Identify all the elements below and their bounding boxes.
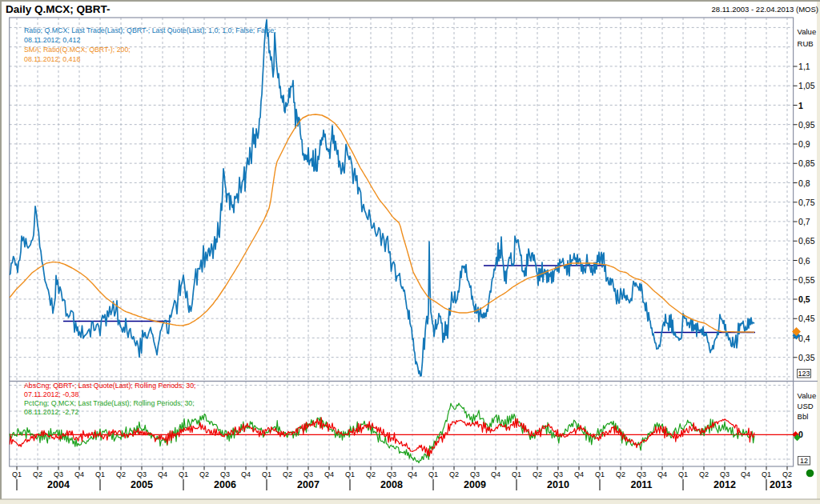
svg-text:SMA; Ratio(Q.MCX; QBRT-); 200;: SMA; Ratio(Q.MCX; QBRT-); 200; <box>24 46 131 54</box>
svg-text:Q2: Q2 <box>116 470 126 478</box>
svg-text:123: 123 <box>798 370 810 378</box>
svg-text:Q4: Q4 <box>408 470 417 478</box>
svg-text:12: 12 <box>800 457 808 465</box>
svg-text:2013: 2013 <box>770 479 792 490</box>
svg-text:Bbl: Bbl <box>798 412 809 421</box>
svg-text:Q1: Q1 <box>262 470 271 478</box>
svg-text:Q3: Q3 <box>637 470 646 478</box>
svg-text:Q2: Q2 <box>199 470 209 478</box>
svg-text:2011: 2011 <box>630 479 652 490</box>
svg-text:Q3: Q3 <box>470 470 480 478</box>
svg-text:Q1: Q1 <box>12 470 22 478</box>
svg-text:Q1: Q1 <box>345 470 355 478</box>
svg-text:2005: 2005 <box>131 479 153 490</box>
svg-text:1,05: 1,05 <box>798 81 815 90</box>
svg-text:Q1: Q1 <box>95 470 105 478</box>
svg-text:28.11.2003 - 22.04.2013 (MOS): 28.11.2003 - 22.04.2013 (MOS) <box>712 5 818 14</box>
svg-text:2012: 2012 <box>713 479 736 490</box>
svg-text:0,55: 0,55 <box>798 275 815 285</box>
svg-text:Q3: Q3 <box>720 470 730 478</box>
svg-text:Q3: Q3 <box>220 470 230 478</box>
svg-text:Q2: Q2 <box>699 470 709 478</box>
svg-text:2008: 2008 <box>380 479 403 490</box>
svg-text:Q1: Q1 <box>678 470 688 478</box>
svg-text:Q3: Q3 <box>553 470 563 478</box>
svg-text:Q4: Q4 <box>574 470 584 478</box>
svg-text:0,5: 0,5 <box>798 294 810 304</box>
svg-text:08.11.2012; 0,412: 08.11.2012; 0,412 <box>24 36 80 44</box>
svg-text:AbsCng; QBRT-; Last Quote(Last: AbsCng; QBRT-; Last Quote(Last); Rolling… <box>24 382 195 390</box>
svg-text:Q1: Q1 <box>428 470 438 478</box>
svg-text:Q1: Q1 <box>595 470 605 478</box>
svg-text:Q3: Q3 <box>54 470 63 478</box>
svg-text:Q2: Q2 <box>616 470 625 478</box>
svg-text:Q4: Q4 <box>158 470 167 478</box>
svg-text:Q3: Q3 <box>137 470 147 478</box>
svg-text:0,95: 0,95 <box>798 120 815 130</box>
svg-text:0,85: 0,85 <box>798 158 815 168</box>
svg-text:Q2: Q2 <box>283 470 292 478</box>
svg-text:Q2: Q2 <box>782 470 792 478</box>
svg-text:08.11.2012; 0,418: 08.11.2012; 0,418 <box>24 55 80 63</box>
svg-text:2006: 2006 <box>214 479 236 490</box>
svg-text:USD: USD <box>798 402 814 410</box>
svg-text:0,35: 0,35 <box>798 353 815 362</box>
svg-text:2010: 2010 <box>547 479 569 490</box>
svg-text:07.11.2012; -0,38: 07.11.2012; -0,38 <box>24 390 78 398</box>
svg-text:RUB: RUB <box>798 39 814 48</box>
svg-text:Q3: Q3 <box>387 470 396 478</box>
svg-text:Q2: Q2 <box>33 470 42 478</box>
svg-text:0,4: 0,4 <box>798 334 810 343</box>
svg-text:Value: Value <box>798 391 817 400</box>
svg-text:PctCng; Q.MCX; Last Trade(Last: PctCng; Q.MCX; Last Trade(Last); Rolling… <box>24 399 195 407</box>
svg-text:0,7: 0,7 <box>798 217 810 226</box>
svg-text:2007: 2007 <box>297 479 320 490</box>
svg-text:Ratio; Q.MCX; Last Trade(Last): Ratio; Q.MCX; Last Trade(Last); QBRT-; L… <box>24 26 276 34</box>
svg-text:2004: 2004 <box>47 479 70 490</box>
svg-text:08.11.2012; -2,72: 08.11.2012; -2,72 <box>24 408 78 416</box>
svg-text:0,45: 0,45 <box>798 314 815 323</box>
svg-text:0,75: 0,75 <box>798 198 815 207</box>
svg-text:Q4: Q4 <box>491 470 500 478</box>
svg-text:Q4: Q4 <box>741 470 750 478</box>
svg-text:Q1: Q1 <box>179 470 188 478</box>
svg-text:Q2: Q2 <box>449 470 459 478</box>
svg-text:1,1: 1,1 <box>798 62 810 71</box>
svg-text:0,8: 0,8 <box>798 178 810 188</box>
svg-text:Q4: Q4 <box>657 470 667 478</box>
svg-text:0,9: 0,9 <box>798 139 810 149</box>
svg-text:Value: Value <box>798 27 817 36</box>
svg-text:Q4: Q4 <box>324 470 334 478</box>
svg-text:1: 1 <box>798 101 803 110</box>
svg-text:0,65: 0,65 <box>798 236 815 246</box>
svg-text:Q1: Q1 <box>762 470 771 478</box>
svg-text:Q1: Q1 <box>512 470 521 478</box>
svg-text:Q2: Q2 <box>533 470 542 478</box>
svg-text:Q4: Q4 <box>74 470 84 478</box>
svg-text:Q3: Q3 <box>303 470 313 478</box>
svg-text:Q2: Q2 <box>366 470 376 478</box>
svg-text:Q4: Q4 <box>241 470 251 478</box>
svg-text:2009: 2009 <box>464 479 486 490</box>
svg-text:0,6: 0,6 <box>798 256 810 266</box>
svg-text:Daily Q.MCX; QBRT-: Daily Q.MCX; QBRT- <box>6 3 111 15</box>
